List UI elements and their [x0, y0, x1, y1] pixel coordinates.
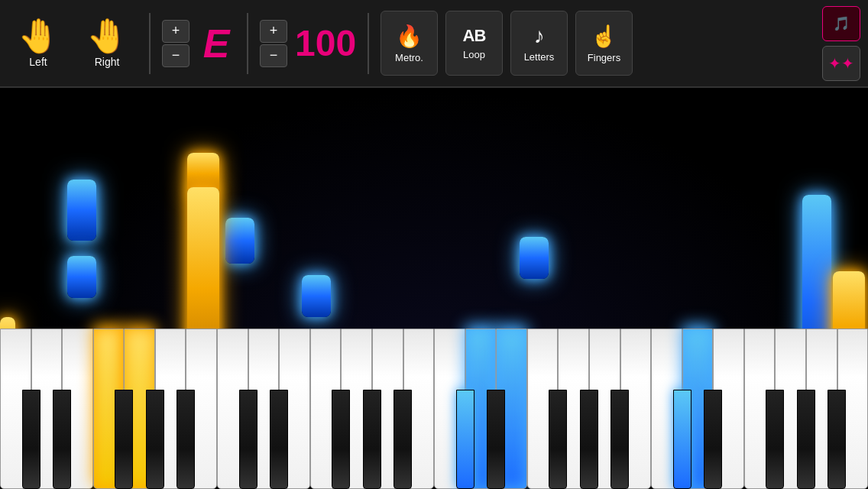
black-key[interactable] — [394, 390, 412, 489]
notes-active-button[interactable]: 🎵 — [822, 6, 860, 41]
falling-note — [520, 237, 549, 279]
letters-button[interactable]: ♪ Letters — [510, 11, 568, 76]
black-key[interactable] — [146, 390, 164, 489]
fingers-button[interactable]: ☝ Fingers — [575, 11, 633, 76]
left-hand-icon: 🤚 — [18, 19, 60, 53]
note-minus-button[interactable]: − — [162, 44, 189, 67]
left-hand-button[interactable]: 🤚 Left — [8, 19, 69, 68]
black-key[interactable] — [580, 390, 598, 489]
black-key[interactable] — [363, 390, 381, 489]
tempo-display: 100 — [295, 22, 356, 64]
note-display: E — [197, 21, 235, 66]
falling-note — [67, 180, 96, 241]
black-key[interactable] — [673, 390, 691, 489]
black-key[interactable] — [332, 390, 350, 489]
tempo-minus-button[interactable]: − — [260, 44, 287, 67]
fingers-icon: ☝ — [591, 24, 617, 49]
black-key[interactable] — [766, 390, 784, 489]
black-key[interactable] — [270, 390, 288, 489]
black-key[interactable] — [797, 390, 815, 489]
falling-note — [67, 256, 96, 298]
letters-icon: ♪ — [534, 24, 545, 48]
dots-icon: ✦✦ — [828, 54, 854, 73]
right-icons: 🎵 ✦✦ — [822, 6, 860, 81]
right-hand-label: Right — [95, 56, 120, 68]
black-key[interactable] — [549, 390, 567, 489]
metro-label: Metro. — [395, 52, 423, 63]
loop-icon: AB — [463, 26, 486, 46]
black-key[interactable] — [487, 390, 505, 489]
left-hand-label: Left — [29, 56, 47, 68]
piano-keyboard — [0, 329, 868, 489]
loop-label: Loop — [463, 49, 485, 60]
falling-note — [302, 275, 331, 317]
piano-area: ✦ ✧ ✦ ✦ ✧ ✧ ✦ ✦ ✧ — [0, 88, 868, 489]
metro-icon: 🔥 — [396, 24, 423, 49]
letters-label: Letters — [524, 51, 555, 63]
toolbar: 🤚 Left 🤚 Right + − E + − 100 🔥 Metro. AB… — [0, 0, 868, 88]
black-key[interactable] — [704, 390, 722, 489]
tempo-selector: + − — [260, 20, 287, 67]
notes-active-icon: 🎵 — [833, 15, 850, 32]
black-key[interactable] — [239, 390, 257, 489]
right-hand-icon: 🤚 — [86, 19, 128, 53]
separator-2 — [247, 13, 248, 74]
note-selector: + − — [162, 20, 189, 67]
black-key[interactable] — [53, 390, 71, 489]
black-key[interactable] — [22, 390, 40, 489]
black-key[interactable] — [611, 390, 629, 489]
loop-button[interactable]: AB Loop — [445, 11, 503, 76]
dots-button[interactable]: ✦✦ — [822, 46, 860, 81]
fingers-label: Fingers — [588, 52, 620, 63]
note-plus-button[interactable]: + — [162, 20, 189, 43]
falling-note — [225, 218, 254, 264]
tempo-plus-button[interactable]: + — [260, 20, 287, 43]
black-key[interactable] — [828, 390, 846, 489]
black-key[interactable] — [115, 390, 133, 489]
separator-1 — [149, 13, 151, 74]
black-key[interactable] — [456, 390, 474, 489]
metro-button[interactable]: 🔥 Metro. — [381, 11, 438, 76]
separator-3 — [368, 13, 369, 74]
black-key[interactable] — [177, 390, 195, 489]
right-hand-button[interactable]: 🤚 Right — [76, 19, 138, 68]
